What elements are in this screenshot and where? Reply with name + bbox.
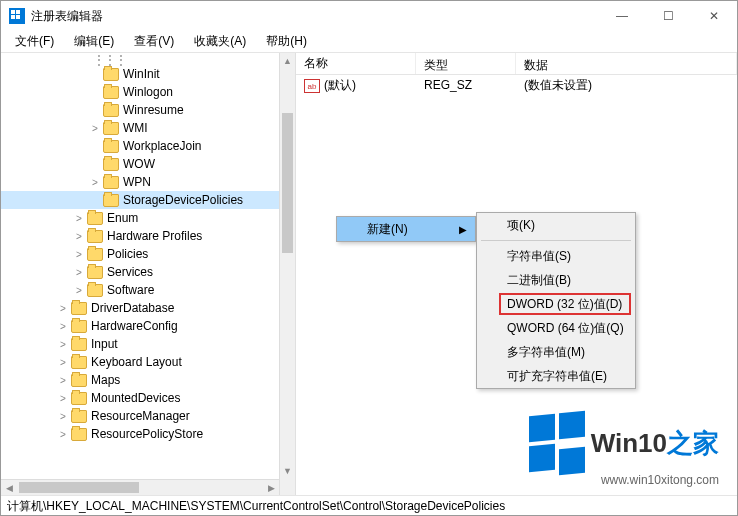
tree-node[interactable]: >Keyboard Layout [1, 353, 295, 371]
watermark-url: www.win10xitong.com [529, 473, 719, 487]
expand-icon [89, 104, 101, 116]
submenu-binary[interactable]: 二进制值(B) [477, 268, 635, 292]
tree-node-label: Keyboard Layout [91, 355, 182, 369]
window-title: 注册表编辑器 [31, 8, 103, 25]
expand-icon[interactable]: > [57, 428, 69, 440]
menu-help[interactable]: 帮助(H) [256, 31, 317, 52]
tree-node-label: StorageDevicePolicies [123, 193, 243, 207]
expand-icon[interactable]: > [57, 320, 69, 332]
folder-icon [103, 122, 119, 135]
folder-icon [87, 248, 103, 261]
submenu-expand[interactable]: 可扩充字符串值(E) [477, 364, 635, 388]
scroll-left-icon[interactable]: ◀ [1, 481, 17, 496]
expand-icon[interactable]: > [57, 356, 69, 368]
scroll-thumb[interactable] [282, 113, 293, 253]
tree-node[interactable]: >ResourcePolicyStore [1, 425, 295, 443]
expand-icon[interactable]: > [57, 410, 69, 422]
folder-icon [71, 356, 87, 369]
tree-node-label: ResourceManager [91, 409, 190, 423]
tree-node-label: WPN [123, 175, 151, 189]
folder-icon [71, 428, 87, 441]
menu-favorites[interactable]: 收藏夹(A) [184, 31, 256, 52]
expand-icon[interactable]: > [73, 212, 85, 224]
expand-icon[interactable]: > [89, 122, 101, 134]
tree-node[interactable]: >MountedDevices [1, 389, 295, 407]
tree-node[interactable]: >HardwareConfig [1, 317, 295, 335]
column-type[interactable]: 类型 [416, 53, 516, 74]
column-data[interactable]: 数据 [516, 53, 737, 74]
tree-node[interactable]: WOW [1, 155, 295, 173]
tree-node[interactable]: >Maps [1, 371, 295, 389]
folder-icon [71, 374, 87, 387]
scroll-thumb-h[interactable] [19, 482, 139, 493]
tree-node[interactable]: >Policies [1, 245, 295, 263]
expand-icon[interactable]: > [57, 374, 69, 386]
expand-icon[interactable]: > [57, 338, 69, 350]
expand-icon [89, 140, 101, 152]
folder-icon [87, 212, 103, 225]
tree-scrollbar-horizontal[interactable]: ◀ ▶ [1, 479, 279, 495]
column-name[interactable]: 名称 [296, 53, 416, 74]
folder-icon [87, 230, 103, 243]
submenu-key[interactable]: 项(K) [477, 213, 635, 237]
tree-node-label: Enum [107, 211, 138, 225]
submenu-multi[interactable]: 多字符串值(M) [477, 340, 635, 364]
tree-node[interactable]: Winresume [1, 101, 295, 119]
scroll-up-icon[interactable]: ▲ [280, 53, 295, 69]
tree-node[interactable]: WorkplaceJoin [1, 137, 295, 155]
expand-icon[interactable]: > [57, 392, 69, 404]
tree-node-label: HardwareConfig [91, 319, 178, 333]
expand-icon [89, 68, 101, 80]
expand-icon[interactable]: > [73, 284, 85, 296]
expand-icon [89, 86, 101, 98]
folder-icon [71, 320, 87, 333]
folder-icon [71, 392, 87, 405]
menubar: 文件(F) 编辑(E) 查看(V) 收藏夹(A) 帮助(H) [1, 31, 737, 53]
tree-scrollbar-vertical[interactable]: ▲ ▼ [279, 53, 295, 495]
expand-icon[interactable]: > [73, 248, 85, 260]
expand-icon[interactable]: > [57, 302, 69, 314]
menu-edit[interactable]: 编辑(E) [64, 31, 124, 52]
tree-node[interactable]: >WMI [1, 119, 295, 137]
tree-node[interactable]: >ResourceManager [1, 407, 295, 425]
submenu-string[interactable]: 字符串值(S) [477, 244, 635, 268]
scroll-down-icon[interactable]: ▼ [280, 463, 295, 479]
tree-node-label: WinInit [123, 67, 160, 81]
expand-icon[interactable]: > [89, 176, 101, 188]
context-menu-new[interactable]: 新建(N) ▶ [337, 217, 475, 241]
app-icon [9, 8, 25, 24]
tree-node[interactable]: >Input [1, 335, 295, 353]
tree-node[interactable]: WinInit [1, 65, 295, 83]
tree-node[interactable]: >WPN [1, 173, 295, 191]
folder-icon [71, 338, 87, 351]
tree-node[interactable]: >Software [1, 281, 295, 299]
tree-node[interactable]: StorageDevicePolicies [1, 191, 295, 209]
submenu-dword[interactable]: DWORD (32 位)值(D) [477, 292, 635, 316]
tree-node[interactable]: Winlogon [1, 83, 295, 101]
folder-icon [103, 194, 119, 207]
maximize-button[interactable]: ☐ [645, 1, 691, 31]
menu-view[interactable]: 查看(V) [124, 31, 184, 52]
folder-icon [87, 284, 103, 297]
tree-pane[interactable]: ⋮⋮⋮ WinInitWinlogonWinresume>WMIWorkplac… [1, 53, 296, 495]
folder-icon [103, 68, 119, 81]
context-menu: 新建(N) ▶ [336, 216, 476, 242]
expand-icon[interactable]: > [73, 230, 85, 242]
watermark: Win10之家 www.win10xitong.com [529, 415, 719, 487]
expand-icon [89, 158, 101, 170]
tree-node[interactable]: >DriverDatabase [1, 299, 295, 317]
tree-node-label: ResourcePolicyStore [91, 427, 203, 441]
folder-icon [71, 410, 87, 423]
submenu-qword[interactable]: QWORD (64 位)值(Q) [477, 316, 635, 340]
tree-node-label: MountedDevices [91, 391, 180, 405]
scroll-right-icon[interactable]: ▶ [263, 480, 279, 495]
tree-node[interactable]: >Hardware Profiles [1, 227, 295, 245]
tree-node[interactable]: >Services [1, 263, 295, 281]
menu-file[interactable]: 文件(F) [5, 31, 64, 52]
expand-icon[interactable]: > [73, 266, 85, 278]
list-row[interactable]: ab(默认) REG_SZ (数值未设置) [296, 75, 737, 95]
window-controls: — ☐ ✕ [599, 1, 737, 31]
minimize-button[interactable]: — [599, 1, 645, 31]
close-button[interactable]: ✕ [691, 1, 737, 31]
tree-node[interactable]: >Enum [1, 209, 295, 227]
